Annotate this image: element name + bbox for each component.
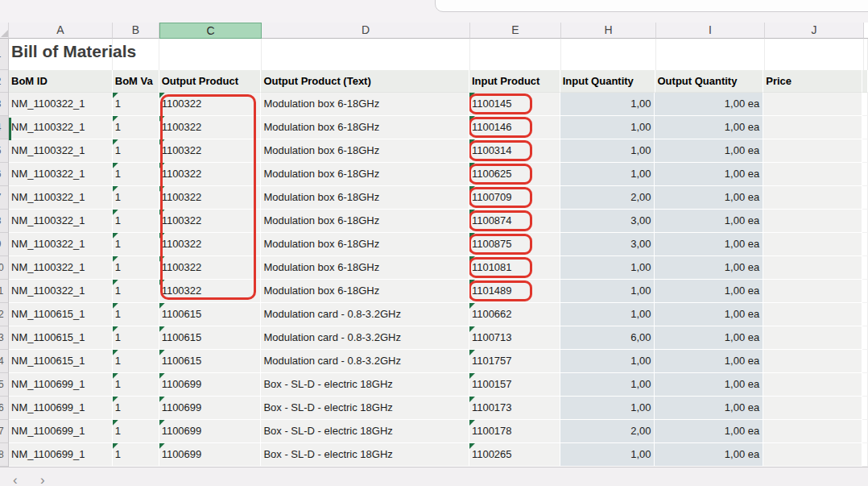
cell-bom_version[interactable]: 1 [113, 233, 159, 256]
cell-output_product_text[interactable]: Modulation box 6-18GHz [261, 233, 469, 256]
cell-output_quantity[interactable]: 1,00 ea [655, 303, 763, 326]
cell-output_product_text[interactable]: Modulation box 6-18GHz [261, 116, 469, 139]
cell-output_product_text[interactable]: Modulation box 6-18GHz [261, 93, 469, 116]
cell-bom_id[interactable]: NM_1100322_1 [9, 139, 113, 163]
title-row[interactable]: Bill of Materials [9, 39, 868, 70]
cell-output_quantity[interactable]: 1,00 ea [655, 420, 763, 443]
cell-input_product[interactable]: 1100709 [469, 186, 560, 210]
cell-output_quantity[interactable]: 1,00 ea [655, 233, 763, 256]
cell-output_product_text[interactable]: Modulation card - 0.8-3.2GHz [261, 326, 469, 350]
field-header-c6[interactable]: Output Quantity [655, 70, 764, 93]
cell-bom_id[interactable]: NM_1100699_1 [9, 373, 113, 397]
next-sheet-icon[interactable]: › [40, 473, 45, 486]
field-header-c1[interactable]: BoM Va [113, 70, 159, 93]
field-header-c2[interactable]: Output Product [159, 70, 262, 93]
cell-input_quantity[interactable]: 1,00 [560, 256, 655, 280]
row-header-5[interactable]: 5 [0, 139, 8, 163]
cell-bom_version[interactable]: 1 [113, 420, 159, 443]
cell-bom_version[interactable]: 1 [113, 116, 159, 139]
cell-output_product[interactable]: 1100322 [159, 233, 262, 256]
cell-bom_id[interactable]: NM_1100322_1 [9, 186, 113, 210]
row-header-16[interactable]: 16 [0, 397, 8, 420]
cell-bom_id[interactable]: NM_1100322_1 [9, 163, 113, 186]
cell-output_quantity[interactable]: 1,00 ea [655, 116, 763, 139]
cell-output_product[interactable]: 1100615 [159, 303, 262, 326]
row-header-12[interactable]: 12 [0, 303, 8, 326]
cell-output_product_text[interactable]: Modulation box 6-18GHz [261, 139, 469, 163]
field-header-c5[interactable]: Input Quantity [560, 70, 655, 93]
cell-output_product[interactable]: 1100322 [159, 93, 262, 116]
cell-bom_id[interactable]: NM_1100699_1 [9, 420, 113, 443]
cell-input_quantity[interactable]: 3,00 [560, 233, 655, 256]
column-header-d[interactable]: D [262, 23, 470, 39]
cell-price[interactable] [763, 116, 862, 139]
cell-output_product[interactable]: 1100699 [159, 443, 262, 467]
cell-output_product_text[interactable]: Modulation card - 0.8-3.2GHz [261, 350, 469, 373]
cell-price[interactable] [763, 303, 862, 326]
cell-bom_id[interactable]: NM_1100699_1 [9, 443, 113, 467]
cell-bom_id[interactable]: NM_1100322_1 [9, 280, 113, 303]
cell-bom_id[interactable]: NM_1100699_1 [9, 397, 113, 420]
cell-price[interactable] [763, 233, 862, 256]
cell-input_product[interactable]: 1100662 [469, 303, 560, 326]
cell-bom_version[interactable]: 1 [113, 373, 159, 397]
cell-input_product[interactable]: 1100173 [469, 397, 560, 420]
cell-output_quantity[interactable]: 1,00 ea [655, 93, 763, 116]
cell-input_quantity[interactable]: 1,00 [560, 373, 655, 397]
cell-input_quantity[interactable]: 1,00 [560, 303, 655, 326]
cell-output_quantity[interactable]: 1,00 ea [655, 186, 763, 210]
row-header-14[interactable]: 14 [0, 350, 8, 373]
cell-output_quantity[interactable]: 1,00 ea [655, 139, 763, 163]
column-header-b[interactable]: B [113, 23, 159, 39]
cell-input_quantity[interactable]: 2,00 [560, 420, 655, 443]
column-header-c[interactable]: C [159, 23, 262, 39]
cell-output_quantity[interactable]: 1,00 ea [655, 210, 763, 233]
cell-output_product[interactable]: 1100615 [159, 326, 262, 350]
row-header-2[interactable]: 2 [0, 70, 8, 93]
column-header-a[interactable]: A [9, 23, 113, 39]
cell-output_quantity[interactable]: 1,00 ea [655, 350, 763, 373]
cell-output_product_text[interactable]: Modulation box 6-18GHz [261, 280, 469, 303]
cell-input_product[interactable]: 1100875 [469, 233, 560, 256]
cell-output_quantity[interactable]: 1,00 ea [655, 163, 763, 186]
cell-bom_id[interactable]: NM_1100322_1 [9, 93, 113, 116]
row-header-11[interactable]: 11 [0, 280, 8, 303]
cell-price[interactable] [763, 280, 862, 303]
cell-price[interactable] [763, 186, 862, 210]
cell-output_quantity[interactable]: 1,00 ea [655, 443, 763, 467]
cell-output_product_text[interactable]: Box - SL-D - electric 18GHz [261, 373, 469, 397]
row-header-1[interactable]: 1 [0, 39, 8, 70]
cell-output_product_text[interactable]: Modulation box 6-18GHz [261, 210, 469, 233]
cell-bom_id[interactable]: NM_1100615_1 [9, 303, 113, 326]
cell-input_product[interactable]: 1101489 [469, 280, 560, 303]
cell-bom_id[interactable]: NM_1100615_1 [9, 326, 113, 350]
field-header-c4[interactable]: Input Product [469, 70, 560, 93]
column-header-j[interactable]: J [765, 23, 864, 39]
cell-price[interactable] [763, 326, 862, 350]
cell-bom_version[interactable]: 1 [113, 210, 159, 233]
cell-output_product_text[interactable]: Box - SL-D - electric 18GHz [261, 443, 469, 467]
cell-input_product[interactable]: 1101081 [469, 256, 560, 280]
row-header-8[interactable]: 8 [0, 210, 8, 233]
cell-bom_version[interactable]: 1 [113, 303, 159, 326]
cell-price[interactable] [763, 443, 862, 467]
row-header-3[interactable]: 3 [0, 93, 8, 116]
cell-output_product[interactable]: 1100322 [159, 139, 262, 163]
row-header-4[interactable]: 4 [0, 116, 8, 139]
cell-output_product[interactable]: 1100322 [159, 116, 262, 139]
cell-price[interactable] [763, 163, 862, 186]
cell-bom_version[interactable]: 1 [113, 443, 159, 467]
cell-input_quantity[interactable]: 2,00 [560, 186, 655, 210]
column-header-e[interactable]: E [470, 23, 561, 39]
cell-price[interactable] [763, 373, 862, 397]
cell-input_quantity[interactable]: 1,00 [560, 139, 655, 163]
prev-sheet-icon[interactable]: ‹ [13, 473, 18, 486]
cell-input_product[interactable]: 1100145 [469, 93, 560, 116]
cell-bom_id[interactable]: NM_1100322_1 [9, 116, 113, 139]
cell-input_product[interactable]: 1100265 [469, 443, 560, 467]
cell-output_quantity[interactable]: 1,00 ea [655, 373, 763, 397]
cell-input_quantity[interactable]: 6,00 [560, 326, 655, 350]
cell-output_product_text[interactable]: Box - SL-D - electric 18GHz [261, 397, 469, 420]
cell-output_product[interactable]: 1100615 [159, 350, 262, 373]
cell-input_quantity[interactable]: 1,00 [560, 443, 655, 467]
